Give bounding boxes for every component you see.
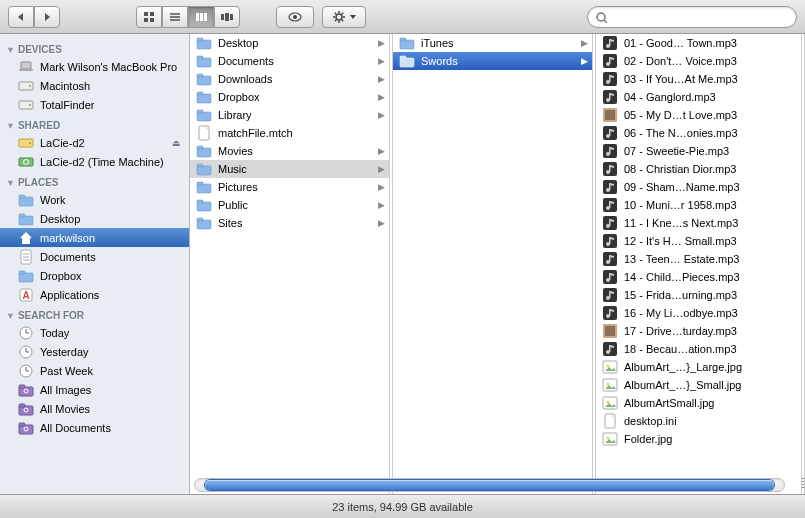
file-row[interactable]: 08 - Christian Dior.mp3 [596, 160, 801, 178]
file-label: AlbumArtSmall.jpg [624, 397, 714, 409]
file-row[interactable]: Sites▶ [190, 214, 389, 232]
sidebar-item[interactable]: TotalFinder [0, 95, 189, 114]
file-row[interactable]: Swords▶ [393, 52, 592, 70]
disclosure-triangle-icon: ▼ [6, 121, 15, 131]
file-label: Dropbox [218, 91, 260, 103]
sidebar-item[interactable]: Applications [0, 285, 189, 304]
file-row[interactable]: 10 - Muni…r 1958.mp3 [596, 196, 801, 214]
coverflow-view-button[interactable] [214, 6, 240, 28]
back-button[interactable] [8, 6, 34, 28]
sidebar-item[interactable]: All Documents [0, 418, 189, 437]
sidebar-section-header[interactable]: ▼SHARED [0, 114, 189, 133]
file-row[interactable]: AlbumArt_…}_Large.jpg [596, 358, 801, 376]
folder-icon [18, 268, 34, 284]
cover-icon [602, 107, 618, 123]
file-row[interactable]: 07 - Sweetie-Pie.mp3 [596, 142, 801, 160]
sidebar-item[interactable]: All Movies [0, 399, 189, 418]
file-label: 09 - Sham…Name.mp3 [624, 181, 740, 193]
sidebar-item[interactable]: All Images [0, 380, 189, 399]
disclosure-triangle-icon: ▼ [6, 178, 15, 188]
sidebar-item[interactable]: Work [0, 190, 189, 209]
file-label: 02 - Don't… Voice.mp3 [624, 55, 737, 67]
folder-icon [196, 89, 212, 105]
eject-icon[interactable]: ⏏ [172, 138, 181, 148]
svg-rect-55 [221, 14, 224, 20]
forward-button[interactable] [34, 6, 60, 28]
search-input[interactable] [587, 6, 797, 28]
folder-icon [196, 215, 212, 231]
image-icon [602, 431, 618, 447]
sidebar-item-label: TotalFinder [40, 99, 94, 111]
file-row[interactable]: AlbumArtSmall.jpg [596, 394, 801, 412]
file-row[interactable]: 18 - Becau…ation.mp3 [596, 340, 801, 358]
file-row[interactable]: 01 - Good… Town.mp3 [596, 34, 801, 52]
file-row[interactable]: 15 - Frida…urning.mp3 [596, 286, 801, 304]
file-row[interactable]: 06 - The N…onies.mp3 [596, 124, 801, 142]
file-row[interactable]: 03 - If You…At Me.mp3 [596, 70, 801, 88]
sidebar-item[interactable]: Yesterday [0, 342, 189, 361]
sidebar-item[interactable]: markwilson [0, 228, 189, 247]
file-row[interactable]: Dropbox▶ [190, 88, 389, 106]
sidebar-item-label: Dropbox [40, 270, 82, 282]
audio-icon [602, 161, 618, 177]
sidebar-item-label: LaCie-d2 [40, 137, 85, 149]
file-row[interactable]: 02 - Don't… Voice.mp3 [596, 52, 801, 70]
sidebar-item[interactable]: Dropbox [0, 266, 189, 285]
file-row[interactable]: AlbumArt_…}_Small.jpg [596, 376, 801, 394]
file-row[interactable]: Movies▶ [190, 142, 389, 160]
file-row[interactable]: Music▶ [190, 160, 389, 178]
sidebar-item[interactable]: LaCie-d2⏏ [0, 133, 189, 152]
sidebar-item[interactable]: Macintosh [0, 76, 189, 95]
file-row[interactable]: desktop.ini [596, 412, 801, 430]
sidebar-item[interactable]: Today [0, 323, 189, 342]
quicklook-button[interactable] [276, 6, 314, 28]
sidebar-item[interactable]: Mark Wilson's MacBook Pro [0, 57, 189, 76]
file-row[interactable]: Folder.jpg [596, 430, 801, 448]
file-icon [602, 413, 618, 429]
sidebar-section-header[interactable]: ▼SEARCH FOR [0, 304, 189, 323]
file-row[interactable]: 05 - My D…t Love.mp3 [596, 106, 801, 124]
list-view-button[interactable] [162, 6, 188, 28]
file-row[interactable]: Pictures▶ [190, 178, 389, 196]
file-row[interactable]: 16 - My Li…odbye.mp3 [596, 304, 801, 322]
file-label: 17 - Drive…turday.mp3 [624, 325, 737, 337]
file-row[interactable]: Downloads▶ [190, 70, 389, 88]
file-row[interactable]: matchFile.mtch [190, 124, 389, 142]
file-label: Swords [421, 55, 458, 67]
file-row[interactable]: iTunes▶ [393, 34, 592, 52]
expand-arrow-icon: ▶ [378, 146, 385, 156]
sidebar-item-label: markwilson [40, 232, 95, 244]
action-menu-button[interactable] [322, 6, 366, 28]
file-label: Pictures [218, 181, 258, 193]
sidebar-item[interactable]: Documents [0, 247, 189, 266]
icon-view-button[interactable] [136, 6, 162, 28]
file-row[interactable]: 09 - Sham…Name.mp3 [596, 178, 801, 196]
file-row[interactable]: 04 - Ganglord.mp3 [596, 88, 801, 106]
sidebar-section-header[interactable]: ▼PLACES [0, 171, 189, 190]
main-area: ▼DEVICESMark Wilson's MacBook ProMacinto… [0, 34, 805, 494]
file-row[interactable]: Public▶ [190, 196, 389, 214]
sidebar-section-header[interactable]: ▼DEVICES [0, 38, 189, 57]
column-view-button[interactable] [188, 6, 214, 28]
file-row[interactable]: 12 - It's H… Small.mp3 [596, 232, 801, 250]
horizontal-scrollbar[interactable] [194, 478, 785, 492]
audio-icon [602, 35, 618, 51]
sidebar-item-label: Applications [40, 289, 99, 301]
apps-icon [18, 287, 34, 303]
column-2: iTunes▶Swords▶ [393, 34, 593, 494]
file-row[interactable]: 17 - Drive…turday.mp3 [596, 322, 801, 340]
file-row[interactable]: 13 - Teen… Estate.mp3 [596, 250, 801, 268]
file-row[interactable]: 14 - Child…Pieces.mp3 [596, 268, 801, 286]
file-row[interactable]: Desktop▶ [190, 34, 389, 52]
sidebar-item-label: Documents [40, 251, 96, 263]
audio-icon [602, 197, 618, 213]
sidebar-item[interactable]: LaCie-d2 (Time Machine) [0, 152, 189, 171]
file-row[interactable]: 11 - I Kne…s Next.mp3 [596, 214, 801, 232]
file-row[interactable]: Library▶ [190, 106, 389, 124]
sidebar-item[interactable]: Desktop [0, 209, 189, 228]
audio-icon [602, 287, 618, 303]
audio-icon [602, 125, 618, 141]
sidebar-item[interactable]: Past Week [0, 361, 189, 380]
file-row[interactable]: Documents▶ [190, 52, 389, 70]
smart-icon [18, 420, 34, 436]
